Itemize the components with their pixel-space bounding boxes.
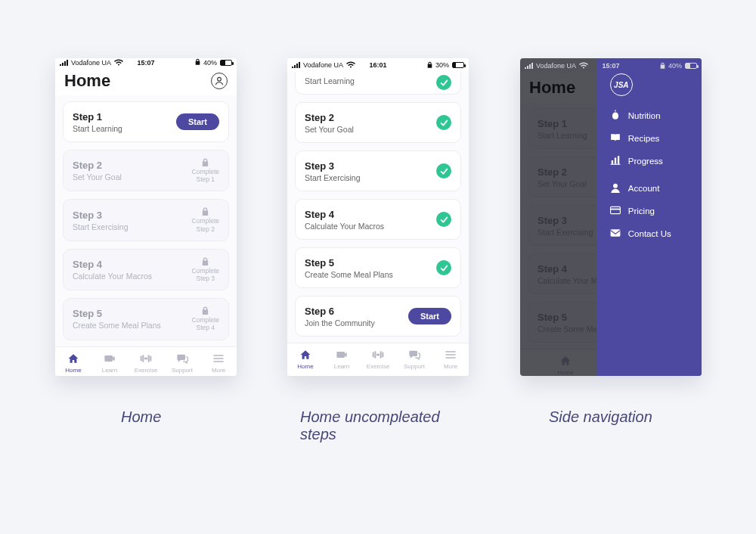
recipes-icon xyxy=(610,132,621,144)
more-icon xyxy=(445,349,457,362)
drawer-item-progress[interactable]: Progress xyxy=(610,155,688,167)
tab-learn[interactable]: Learn xyxy=(91,347,128,377)
svg-rect-3 xyxy=(142,355,144,362)
step-card: Step 5Create Some Meal Plans xyxy=(295,247,461,288)
carrier-label: Vodafone UA xyxy=(536,62,576,70)
step-label: Start Exercising xyxy=(73,222,129,231)
drawer-item-label: Recipes xyxy=(628,134,660,143)
check-icon xyxy=(436,75,451,90)
battery-icon xyxy=(452,62,464,68)
drawer-item-label: Nutrition xyxy=(628,111,661,120)
drawer-item-nutrition[interactable]: Nutrition xyxy=(610,110,688,122)
tab-label: Learn xyxy=(102,367,117,374)
step-label: Create Some Meal Plans xyxy=(73,321,161,330)
orientation-lock-icon xyxy=(660,62,665,70)
step-number: Step 6 xyxy=(305,306,375,317)
start-button[interactable]: Start xyxy=(176,113,219,130)
tab-exercise[interactable]: Exercise xyxy=(360,343,396,376)
svg-rect-25 xyxy=(610,206,620,213)
battery-icon xyxy=(220,60,232,66)
nutrition-icon xyxy=(610,110,621,122)
steps-list-2: Start LearningStep 2Set Your GoalStep 3S… xyxy=(287,72,469,343)
clock: 15:07 xyxy=(137,59,154,67)
tab-home[interactable]: Home xyxy=(55,347,91,377)
home-icon xyxy=(67,353,79,365)
step-label: Join the Community xyxy=(305,318,375,328)
signal-icon xyxy=(60,60,68,66)
caption-steps: Home uncompleated steps xyxy=(300,408,466,443)
steps-list-1: Step 1Start LearningStartStep 2Set Your … xyxy=(55,95,237,346)
page-title: Home xyxy=(64,71,110,91)
carrier-label: Vodafone UA xyxy=(303,61,343,69)
tab-label: Learn xyxy=(334,363,349,370)
tab-more[interactable]: More xyxy=(432,343,469,376)
step-card: Step 2Set Your Goal xyxy=(295,102,461,143)
svg-rect-6 xyxy=(150,355,151,361)
step-card: Start Learning xyxy=(295,72,461,95)
more-icon xyxy=(212,353,225,365)
orientation-lock-icon xyxy=(195,58,200,67)
svg-point-24 xyxy=(613,184,618,188)
tab-home[interactable]: Home xyxy=(287,343,324,376)
svg-rect-2 xyxy=(141,355,142,361)
svg-rect-14 xyxy=(380,351,382,358)
drawer-item-recipes[interactable]: Recipes xyxy=(610,132,688,144)
carrier-label: Vodafone UA xyxy=(71,59,111,67)
start-button[interactable]: Start xyxy=(408,308,451,324)
locked-hint: CompleteStep 1 xyxy=(192,158,219,183)
orientation-lock-icon xyxy=(427,61,432,70)
step-number: Step 3 xyxy=(305,160,361,172)
battery-percent: 40% xyxy=(203,59,217,67)
battery-icon xyxy=(685,63,697,69)
svg-rect-5 xyxy=(148,355,150,362)
svg-rect-20 xyxy=(612,160,613,164)
drawer-item-account[interactable]: Account xyxy=(610,182,688,194)
svg-point-0 xyxy=(218,77,222,81)
tab-label: Exercise xyxy=(135,367,158,374)
signal-icon xyxy=(525,63,533,69)
svg-rect-1 xyxy=(104,355,113,362)
progress-icon xyxy=(610,155,621,167)
svg-rect-23 xyxy=(610,164,620,165)
svg-rect-22 xyxy=(618,156,619,164)
tab-exercise[interactable]: Exercise xyxy=(128,347,164,377)
exercise-icon xyxy=(372,349,384,362)
tab-support[interactable]: Support xyxy=(164,347,200,377)
check-icon xyxy=(436,212,451,227)
contact-icon xyxy=(610,228,621,240)
step-card[interactable]: Step 6Join the CommunityStart xyxy=(295,296,461,337)
step-label: Start Learning xyxy=(305,76,355,85)
step-label: Calculate Your Macros xyxy=(305,222,384,231)
step-label: Set Your Goal xyxy=(73,172,122,182)
svg-rect-26 xyxy=(610,209,620,210)
step-card[interactable]: Step 1Start LearningStart xyxy=(63,101,229,142)
step-label: Calculate Your Macros xyxy=(73,272,152,281)
svg-rect-15 xyxy=(382,352,383,358)
step-number: Step 5 xyxy=(305,257,393,269)
tab-support[interactable]: Support xyxy=(396,343,432,376)
tabbar-1: HomeLearnExerciseSupportMore xyxy=(55,346,237,377)
drawer-item-label: Pricing xyxy=(628,206,655,216)
svg-rect-21 xyxy=(615,158,616,164)
check-icon xyxy=(436,260,451,275)
step-card: Step 3Start ExercisingCompleteStep 2 xyxy=(63,199,229,241)
tab-more[interactable]: More xyxy=(200,347,237,377)
drawer-menu-primary: NutritionRecipesProgress xyxy=(610,110,688,167)
clock: 15:07 xyxy=(602,62,619,70)
status-bar: Vodafone UA 15:07 40% xyxy=(520,58,702,73)
profile-button[interactable] xyxy=(211,73,228,89)
drawer-item-pricing[interactable]: Pricing xyxy=(610,205,688,217)
locked-hint: CompleteStep 4 xyxy=(192,306,219,331)
tab-learn[interactable]: Learn xyxy=(324,343,360,376)
locked-hint: CompleteStep 2 xyxy=(192,207,219,232)
step-card: Step 3Start Exercising xyxy=(295,151,461,191)
tab-label: More xyxy=(212,367,225,374)
step-label: Create Some Meal Plans xyxy=(305,270,393,279)
tab-label: Home xyxy=(65,367,81,374)
wifi-icon xyxy=(346,61,355,69)
pricing-icon xyxy=(610,205,621,217)
step-number: Step 4 xyxy=(73,259,152,270)
drawer-item-contact[interactable]: Contact Us xyxy=(610,228,688,240)
step-label: Start Learning xyxy=(73,124,122,133)
wifi-icon xyxy=(579,62,588,70)
